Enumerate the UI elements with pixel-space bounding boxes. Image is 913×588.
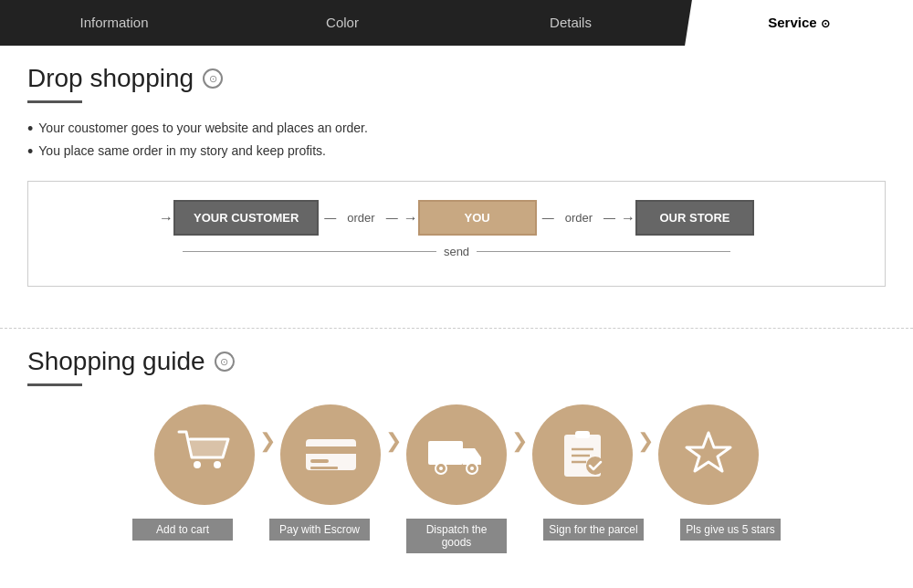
drop-shopping-section: Drop shopping ⊙ • Your coustomer goes to…: [27, 64, 886, 287]
flow-diagram: → YOUR CUSTOMER — order — → YOU — order …: [27, 181, 886, 287]
svg-rect-4: [310, 459, 329, 463]
bullet-list: • Your coustomer goes to your website an…: [27, 117, 886, 163]
step-4-item: [532, 404, 633, 505]
drop-shopping-underline: [27, 100, 82, 103]
bullet-dot-1: •: [27, 121, 33, 137]
flow-box-store: OUR STORE: [635, 200, 754, 236]
drop-shopping-title: Drop shopping ⊙: [27, 64, 886, 93]
chevron-4: ❯: [633, 429, 658, 453]
svg-point-10: [470, 467, 474, 470]
step-2-icon-circle: [280, 404, 381, 505]
svg-rect-3: [306, 446, 356, 454]
step-4-label: Sign for the parcel: [543, 519, 644, 541]
shopping-guide-title: Shopping guide ⊙: [27, 347, 886, 376]
send-label: send: [436, 245, 477, 258]
clipboard-icon: [555, 427, 610, 482]
start-arrow: →: [159, 210, 173, 226]
svg-rect-5: [310, 467, 338, 469]
drop-shopping-dropdown-icon[interactable]: ⊙: [203, 68, 223, 89]
flow-label-2: —: [381, 211, 404, 225]
truck-icon: [425, 430, 488, 480]
svg-rect-12: [575, 431, 590, 438]
step-5-label: Pls give us 5 stars: [680, 519, 781, 541]
cart-icon: [177, 430, 232, 480]
step-5-item: [658, 404, 759, 505]
bullet-dot-2: •: [27, 143, 33, 160]
shopping-guide-section: Shopping guide ⊙ ❯: [0, 347, 913, 572]
main-content: Drop shopping ⊙ • Your coustomer goes to…: [0, 46, 913, 310]
flow-arrow-2: →: [621, 210, 635, 226]
chevron-3: ❯: [507, 429, 532, 453]
flow-arrow-1: →: [404, 210, 418, 226]
tab-service[interactable]: Service ⊙: [685, 0, 913, 47]
svg-marker-17: [687, 433, 730, 471]
flow-box-customer: YOUR CUSTOMER: [173, 200, 319, 236]
step-4-icon-circle: [532, 404, 633, 505]
step-2-label: Pay with Escrow: [269, 519, 370, 541]
tab-details[interactable]: Details: [456, 0, 685, 46]
send-line-left: [183, 251, 436, 252]
step-3-item: [406, 404, 507, 505]
step-1-label: Add to cart: [132, 519, 233, 541]
flow-label-1: —: [319, 211, 341, 225]
flow-label-3: —: [537, 211, 560, 225]
send-line-right: [477, 251, 730, 252]
flow-row: → YOUR CUSTOMER — order — → YOU — order …: [56, 200, 857, 236]
flow-order-2: order: [560, 211, 598, 225]
step-labels-row: Add to cart Pay with Escrow Dispatch the…: [27, 519, 886, 553]
tab-information[interactable]: Information: [0, 0, 228, 46]
bullet-1: • Your coustomer goes to your website an…: [27, 117, 886, 140]
svg-rect-6: [428, 441, 463, 465]
shopping-guide-icons-row: ❯ ❯: [27, 404, 886, 505]
flow-label-4: —: [598, 211, 621, 225]
bullet-2: • You place same order in my story and k…: [27, 140, 886, 163]
flow-send-row: send: [56, 245, 857, 258]
shopping-guide-underline: [27, 383, 82, 386]
flow-box-you: YOU: [418, 200, 537, 236]
section-divider: [0, 328, 913, 329]
step-3-icon-circle: [406, 404, 507, 505]
svg-point-1: [214, 461, 221, 468]
flow-order-1: order: [341, 211, 380, 225]
chevron-2: ❯: [381, 429, 406, 453]
step-1-item: [154, 404, 255, 505]
svg-point-9: [439, 467, 443, 470]
tab-color[interactable]: Color: [228, 0, 456, 46]
step-5-icon-circle: [658, 404, 759, 505]
svg-point-0: [194, 461, 201, 468]
navigation-tabs: Information Color Details Service ⊙: [0, 0, 913, 46]
svg-rect-2: [306, 439, 356, 470]
tab-service-label: Service ⊙: [768, 15, 830, 30]
shopping-guide-dropdown-icon[interactable]: ⊙: [215, 352, 235, 372]
card-icon: [301, 432, 361, 478]
step-3-label: Dispatch the goods: [406, 519, 507, 553]
step-2-item: [280, 404, 381, 505]
step-1-icon-circle: [154, 404, 255, 505]
chevron-1: ❯: [255, 429, 280, 453]
send-line: send: [183, 245, 730, 258]
star-icon: [679, 425, 739, 485]
